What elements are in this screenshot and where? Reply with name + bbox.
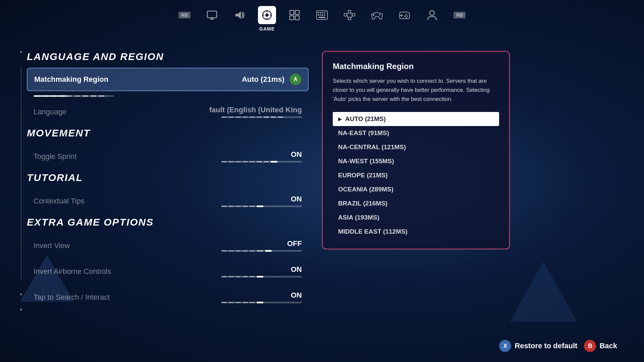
invert-view-slider[interactable]	[221, 250, 302, 252]
region-label-3: NA-WEST (155MS)	[338, 158, 394, 165]
svg-rect-27	[352, 13, 355, 16]
matchmaking-slider[interactable]	[34, 95, 114, 97]
section-header-language: LANGUAGE AND REGION	[27, 51, 309, 62]
restore-label: Restore to default	[515, 342, 577, 350]
toggle-sprint-row[interactable]: Toggle Sprint ON	[27, 144, 309, 169]
svg-rect-19	[318, 14, 319, 16]
invert-view-label: Invert View	[34, 241, 70, 250]
nav-icon-profile[interactable]	[423, 6, 441, 24]
matchmaking-value: Auto (21ms)	[242, 75, 284, 84]
toggle-sprint-label: Toggle Sprint	[34, 152, 76, 161]
language-slider[interactable]	[221, 116, 302, 118]
scrollbar-dot-2	[20, 293, 22, 295]
scrollbar-dot-3	[20, 309, 22, 311]
svg-rect-24	[344, 13, 347, 16]
region-label-2: NA-CENTRAL (121MS)	[338, 143, 406, 151]
matchmaking-slider-area	[27, 95, 309, 97]
nav-icon-gamepad[interactable]	[395, 6, 414, 24]
region-item-1[interactable]: NA-EAST (91MS)	[333, 126, 499, 140]
region-label-0: AUTO (21MS)	[345, 115, 386, 123]
svg-rect-17	[322, 12, 323, 13]
toggle-sprint-slider[interactable]	[221, 161, 302, 163]
toggle-sprint-value: ON	[291, 150, 302, 159]
contextual-tips-value: ON	[291, 195, 302, 203]
tap-to-search-value-area: ON	[221, 291, 302, 303]
svg-point-37	[404, 15, 406, 17]
language-label: Language	[34, 108, 66, 116]
nav-icon-controller[interactable]	[368, 6, 386, 24]
nav-icon-display[interactable]	[203, 6, 221, 24]
section-header-tutorial: TUTORIAL	[27, 172, 309, 183]
svg-rect-20	[320, 14, 321, 16]
svg-line-31	[351, 15, 352, 18]
scrollbar-dot-1	[20, 51, 22, 53]
svg-rect-21	[322, 14, 323, 16]
invert-airborne-slider[interactable]	[221, 276, 302, 278]
region-item-4[interactable]: EUROPE (21MS)	[333, 168, 499, 182]
invert-view-value: OFF	[287, 239, 302, 248]
region-label-4: EUROPE (21MS)	[338, 172, 388, 179]
right-panel: Matchmaking Region Selects which server …	[322, 51, 510, 311]
tap-to-search-slider[interactable]	[221, 302, 302, 303]
region-label-6: BRAZIL (216MS)	[338, 200, 387, 207]
bottom-bar: X Restore to default B Back	[499, 340, 617, 352]
b-button-label: B	[588, 343, 592, 350]
svg-line-29	[347, 15, 348, 18]
region-dropdown-list: ▶AUTO (21MS)NA-EAST (91MS)NA-CENTRAL (12…	[333, 112, 499, 239]
invert-airborne-row[interactable]: Invert Airborne Controls ON	[27, 259, 309, 284]
tap-to-search-label: Tap to Search / Interact	[34, 293, 110, 302]
svg-rect-26	[348, 17, 351, 20]
invert-airborne-value-area: ON	[221, 265, 302, 278]
section-tutorial: TUTORIAL Contextual Tips ON	[27, 172, 309, 213]
section-extra-game-options: EXTRA GAME OPTIONS Invert View OFF	[27, 217, 309, 309]
invert-airborne-value: ON	[291, 265, 302, 274]
svg-rect-23	[319, 17, 325, 18]
nav-icon-rb2[interactable]: RB	[450, 6, 469, 24]
region-item-8[interactable]: MIDDLE EAST (112MS)	[333, 225, 499, 239]
nav-icon-hud[interactable]	[285, 6, 304, 24]
svg-point-35	[406, 14, 407, 15]
svg-rect-18	[324, 12, 325, 13]
region-item-3[interactable]: NA-WEST (155MS)	[333, 154, 499, 168]
selected-region-arrow: ▶	[338, 116, 342, 122]
svg-point-38	[406, 17, 407, 18]
svg-rect-12	[290, 16, 294, 20]
invert-airborne-label: Invert Airborne Controls	[34, 267, 111, 276]
info-box: Matchmaking Region Selects which server …	[322, 51, 510, 249]
x-button-label: X	[503, 343, 507, 350]
svg-point-5	[265, 13, 269, 17]
nav-icon-audio[interactable]	[230, 6, 249, 24]
info-title: Matchmaking Region	[333, 62, 499, 71]
region-item-6[interactable]: BRAZIL (216MS)	[333, 196, 499, 210]
contextual-tips-slider[interactable]	[221, 205, 302, 207]
matchmaking-region-row[interactable]: Matchmaking Region Auto (21ms) A	[27, 68, 309, 91]
contextual-tips-row[interactable]: Contextual Tips ON	[27, 189, 309, 213]
nav-icon-keyboard[interactable]	[313, 6, 331, 24]
nav-icon-rb[interactable]: RB	[175, 6, 194, 24]
contextual-tips-value-area: ON	[221, 195, 302, 207]
svg-marker-3	[235, 11, 241, 19]
region-label-5: OCEANIA (289MS)	[338, 186, 393, 193]
language-row[interactable]: Language fault (English (United King	[27, 100, 309, 124]
region-label-8: MIDDLE EAST (112MS)	[338, 228, 408, 235]
nav-icon-network[interactable]	[340, 6, 359, 24]
region-item-5[interactable]: OCEANIA (289MS)	[333, 182, 499, 196]
back-button[interactable]: B Back	[584, 340, 617, 352]
svg-point-36	[407, 15, 408, 17]
left-panel: LANGUAGE AND REGION Matchmaking Region A…	[27, 51, 309, 311]
invert-view-row[interactable]: Invert View OFF	[27, 233, 309, 258]
scrollbar[interactable]	[20, 51, 22, 311]
svg-rect-15	[318, 12, 319, 13]
a-button[interactable]: A	[290, 74, 301, 85]
b-button-icon: B	[584, 340, 596, 352]
svg-rect-13	[295, 16, 299, 20]
scrollbar-line	[21, 66, 21, 280]
svg-rect-25	[348, 10, 351, 13]
restore-default-button[interactable]: X Restore to default	[499, 340, 577, 352]
region-item-0[interactable]: ▶AUTO (21MS)	[333, 112, 499, 126]
region-item-2[interactable]: NA-CENTRAL (121MS)	[333, 140, 499, 154]
region-item-7[interactable]: ASIA (193MS)	[333, 210, 499, 225]
nav-icon-game[interactable]: GAME	[258, 6, 276, 24]
tap-to-search-row[interactable]: Tap to Search / Interact ON	[27, 285, 309, 309]
svg-rect-10	[290, 10, 294, 14]
